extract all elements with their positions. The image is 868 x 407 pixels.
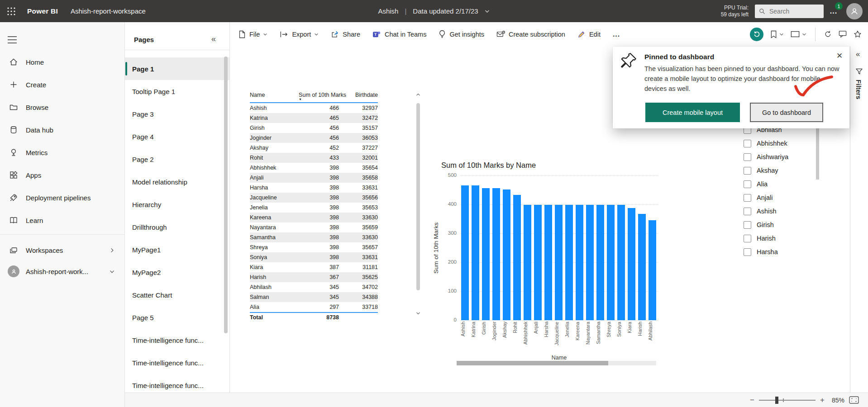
bar-Akshay[interactable] xyxy=(503,189,510,320)
page-item[interactable]: Page 4 xyxy=(125,125,229,148)
checkbox-unchecked[interactable] xyxy=(744,140,751,147)
sidebar-item-metrics[interactable]: Metrics xyxy=(0,141,124,164)
file-menu[interactable]: File xyxy=(238,30,267,38)
bar-Katrina[interactable] xyxy=(472,185,479,320)
bar-Harsha[interactable] xyxy=(544,205,552,320)
column-header-name[interactable]: Name xyxy=(250,92,291,102)
page-item[interactable]: Model relationship xyxy=(125,170,229,193)
chart-scrollbar-thumb[interactable] xyxy=(457,361,608,365)
notification-badge[interactable]: 1 xyxy=(835,2,843,10)
reset-filters-icon[interactable] xyxy=(750,28,763,41)
bar-Kareena[interactable] xyxy=(576,205,583,320)
comments-icon[interactable] xyxy=(839,30,847,38)
refresh-icon[interactable] xyxy=(824,30,832,38)
column-header-birthdate[interactable]: Birthdate xyxy=(346,92,378,102)
table-row[interactable]: Harsha39833631 xyxy=(250,183,378,193)
sidebar-item-apps[interactable]: Apps xyxy=(0,164,124,186)
bar-Jacqueline[interactable] xyxy=(555,205,563,320)
bar-Abhilash[interactable] xyxy=(649,220,656,320)
slicer-scrollbar[interactable] xyxy=(816,128,819,180)
account-avatar[interactable] xyxy=(846,3,863,19)
table-row[interactable]: Jenelia39835653 xyxy=(250,203,378,213)
slicer-item-abhishhek[interactable]: Abhishhek xyxy=(744,137,820,150)
table-row[interactable]: Girish45635157 xyxy=(250,123,378,133)
bar-Rohit[interactable] xyxy=(513,195,521,320)
table-row[interactable]: Kareena39833630 xyxy=(250,213,378,222)
zoom-in-button[interactable]: + xyxy=(820,396,825,404)
slicer-item-aishwariya[interactable]: Aishwariya xyxy=(744,150,820,164)
bookmarks-button[interactable] xyxy=(770,30,784,38)
sidebar-item-browse[interactable]: Browse xyxy=(0,96,124,118)
create-subscription-button[interactable]: Create subscription xyxy=(496,30,565,38)
get-insights-button[interactable]: Get insights xyxy=(439,30,484,38)
table-row[interactable]: Samantha39833630 xyxy=(250,232,378,242)
bar-Anjali[interactable] xyxy=(534,205,542,320)
workspace-breadcrumb[interactable]: Ashish-report-workspace xyxy=(71,7,146,15)
column-header-marks[interactable]: Sum of 10th Marks ▼ xyxy=(291,92,346,102)
hamburger-menu-icon[interactable] xyxy=(7,36,17,44)
table-visual[interactable]: Name Sum of 10th Marks ▼ Birthdate Ashis… xyxy=(250,92,378,322)
sidebar-item-home[interactable]: Home xyxy=(0,51,124,73)
chevron-down-icon[interactable] xyxy=(485,9,490,14)
create-mobile-layout-button[interactable]: Create mobile layout xyxy=(645,103,740,122)
page-item[interactable]: MyPage1 xyxy=(125,238,229,261)
page-item[interactable]: Drillthrough xyxy=(125,216,229,238)
checkbox-unchecked[interactable] xyxy=(744,194,751,202)
bar-Harish[interactable] xyxy=(638,214,646,320)
bar-Girish[interactable] xyxy=(482,188,490,320)
filters-rail-label[interactable]: Filters xyxy=(855,80,862,99)
edit-button[interactable]: Edit xyxy=(577,30,601,38)
bar-Samantha[interactable] xyxy=(596,205,604,320)
sidebar-item-workspaces[interactable]: Workspaces xyxy=(0,239,124,261)
table-scrollbar-thumb[interactable] xyxy=(416,103,420,290)
close-icon[interactable]: ✕ xyxy=(834,50,845,61)
slicer-item-harsha[interactable]: Harsha xyxy=(744,245,820,259)
table-row[interactable]: Salman34534388 xyxy=(250,292,378,302)
slicer-item-harish[interactable]: Harish xyxy=(744,232,820,245)
toolbar-more-icon[interactable]: ... xyxy=(613,30,620,38)
bar-Kiara[interactable] xyxy=(628,208,635,320)
zoom-slider[interactable] xyxy=(759,396,816,404)
export-menu[interactable]: Export xyxy=(280,31,319,38)
page-item[interactable]: Time-intelligence func... xyxy=(125,329,229,351)
table-row[interactable]: Shreya39835657 xyxy=(250,242,378,252)
view-menu-button[interactable] xyxy=(791,31,806,38)
sidebar-item-current-workspace[interactable]: Ashish-report-work... xyxy=(0,260,124,283)
data-updated-label[interactable]: Data updated 2/17/23 xyxy=(413,7,478,15)
filter-funnel-icon[interactable] xyxy=(855,68,863,75)
powerbi-brand[interactable]: Power BI xyxy=(27,7,58,15)
page-item[interactable]: Time-intelligence func... xyxy=(125,374,229,393)
bar-chart-visual[interactable]: Sum of 10th Marks by Name Sum of 10th Ma… xyxy=(432,159,664,372)
notifications-more[interactable]: ... 1 xyxy=(824,0,844,22)
zoom-slider-thumb[interactable] xyxy=(775,397,778,404)
sidebar-item-data-hub[interactable]: Data hub xyxy=(0,118,124,141)
bar-Shreya[interactable] xyxy=(607,205,615,320)
slicer-item-girish[interactable]: Girish xyxy=(744,218,820,232)
zoom-slider-track[interactable] xyxy=(759,400,816,401)
table-row[interactable]: Joginder45636053 xyxy=(250,133,378,143)
table-row[interactable]: Alia29733718 xyxy=(250,302,378,312)
table-row[interactable]: Akshay45237227 xyxy=(250,143,378,153)
table-scrollbar[interactable] xyxy=(416,93,420,315)
page-item[interactable]: Time-intelligence func... xyxy=(125,351,229,374)
checkbox-unchecked[interactable] xyxy=(744,167,751,175)
page-item[interactable]: Page 1 xyxy=(125,57,229,80)
table-row[interactable]: Anjali39835658 xyxy=(250,173,378,183)
sidebar-item-learn[interactable]: Learn xyxy=(0,209,124,232)
sidebar-item-create[interactable]: Create xyxy=(0,73,124,96)
page-item[interactable]: Page 5 xyxy=(125,306,229,329)
table-row[interactable]: Jacqueline39835656 xyxy=(250,193,378,203)
expand-filters-icon[interactable]: « xyxy=(856,50,860,59)
bar-Joginder[interactable] xyxy=(492,188,500,320)
bar-Abhishhek[interactable] xyxy=(524,205,531,320)
app-launcher-icon[interactable] xyxy=(6,6,17,17)
collapse-pages-icon[interactable]: « xyxy=(211,34,216,44)
table-row[interactable]: Nayantara39835659 xyxy=(250,222,378,232)
slicer-item-akshay[interactable]: Akshay xyxy=(744,164,820,177)
table-row[interactable]: Abhishhek39835654 xyxy=(250,163,378,173)
bar-Soniya[interactable] xyxy=(617,205,625,320)
checkbox-unchecked[interactable] xyxy=(744,248,751,256)
bar-Jenelia[interactable] xyxy=(565,205,573,320)
go-to-dashboard-button[interactable]: Go to dashboard xyxy=(750,103,823,122)
search-input[interactable] xyxy=(769,8,819,15)
